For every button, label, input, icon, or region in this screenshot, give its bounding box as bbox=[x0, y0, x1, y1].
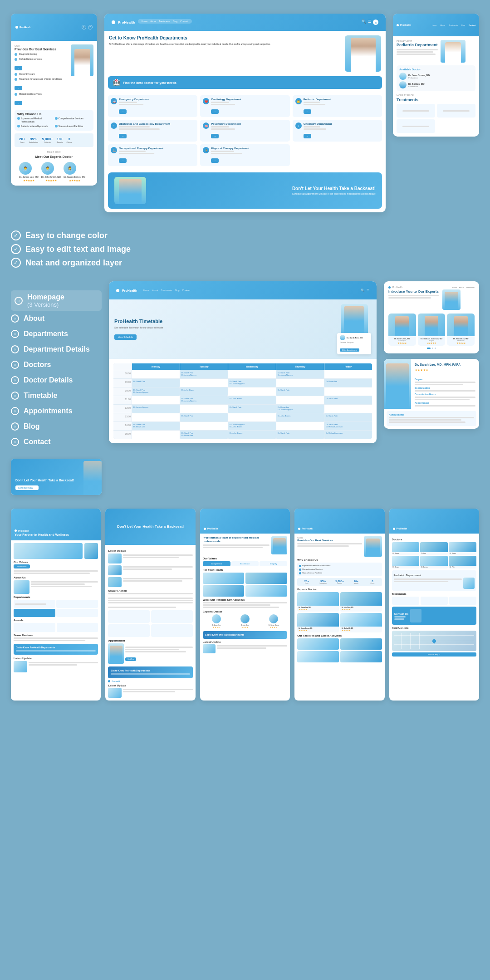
nav-item-appointments[interactable]: ○ Appointments bbox=[11, 403, 102, 419]
promo-cta-btn[interactable]: Schedule Now → bbox=[15, 485, 39, 490]
pediatric-title: Pediatric Department bbox=[397, 43, 438, 48]
learn-more-btn-3[interactable]: → bbox=[15, 101, 22, 105]
services-headline: Provides Our Best Services bbox=[297, 539, 362, 542]
mobile-services-header: ProHealth bbox=[294, 509, 384, 534]
mobile-about-preview: ProHealth ProHealth is a team of experie… bbox=[200, 509, 290, 701]
day-wednesday: Wednesday bbox=[228, 363, 276, 370]
values-btn[interactable]: Learn More bbox=[14, 564, 30, 568]
nav-list: ○ Homepage (3 Versions) ○ About ○ Depart… bbox=[11, 281, 102, 495]
make-appt-btn[interactable]: Make Appointment bbox=[340, 348, 359, 352]
service-item: Diagnostic testing bbox=[15, 53, 68, 56]
mobile-contact-preview: ProHealth Doctors Dr. James Dr. Luis Dr.… bbox=[389, 509, 479, 701]
check-icon-1: ✓ bbox=[11, 230, 21, 240]
mobile-home-body: Our Values Learn More About Us Departmen… bbox=[11, 540, 101, 676]
card-header: ProHealth 🔍 ☰ bbox=[11, 14, 97, 41]
mobile-home-preview: ProHealth Your Partner in Health and Wel… bbox=[11, 509, 101, 701]
blog-latest-title: Latest Update bbox=[108, 549, 192, 552]
learn-more-btn-2[interactable]: → bbox=[15, 86, 22, 90]
dept-btn-5[interactable]: → bbox=[211, 134, 219, 138]
dept-oncology: ⚕ Oncology Department → bbox=[293, 120, 382, 142]
nav-item-contact[interactable]: ○ Contact bbox=[11, 434, 102, 450]
dept-icon-oncology: ⚕ bbox=[295, 122, 302, 129]
service-item: Rehabilitation services bbox=[15, 58, 68, 61]
pediatric-mobile-title: Pediatric Department bbox=[394, 574, 475, 577]
nav-label-homepage: Homepage bbox=[27, 293, 64, 301]
nav-item-blog[interactable]: ○ Blog bbox=[11, 419, 102, 434]
dept-btn-2[interactable]: → bbox=[211, 109, 219, 114]
small-promo-banner: Don't Let Your Health Take a Backseat! S… bbox=[11, 459, 102, 495]
dept-btn-6[interactable]: → bbox=[304, 134, 311, 138]
doc-card-2: Dr. Michael Jameson, MD Surgeon ★★★★★ bbox=[418, 314, 446, 346]
appt-btn-small[interactable]: Book Now bbox=[125, 657, 136, 661]
bottom-section: ProHealth Your Partner in Health and Wel… bbox=[0, 504, 490, 714]
day-friday: Friday bbox=[324, 363, 372, 370]
dept-physical: 🏃 Physical Therapy Department → bbox=[200, 144, 289, 166]
feature-item-color: ✓ Easy to change color bbox=[11, 230, 479, 240]
doctors-mobile-title: Doctors bbox=[392, 538, 476, 541]
facilities-title: Our Facilities and Latest Activities bbox=[297, 634, 382, 637]
doctor-avatar-3: 👩‍⚕️ bbox=[64, 162, 76, 175]
dept-btn-7[interactable]: → bbox=[119, 158, 127, 163]
doc-card-3: Dr. Yanet Lee, MD Pediatrician ★★★★★ bbox=[447, 314, 475, 346]
day-monday: Monday bbox=[132, 363, 180, 370]
mobile-values-title: Our Values bbox=[14, 561, 98, 564]
doctor-cards-row: Dr. Luis Chen, MD Cardiologist ★★★★★ Dr.… bbox=[388, 314, 475, 346]
patients-say-title: What Our Patients Say About Us bbox=[203, 598, 287, 601]
check-icon-2: ✓ bbox=[11, 244, 21, 254]
dept-psychiatry: 🧠 Psychiatry Department → bbox=[200, 120, 289, 142]
timetable-preview: ProHealth Home About Treatments Blog Con… bbox=[109, 281, 377, 443]
mobile-about-body: ProHealth is a team of experienced medic… bbox=[200, 534, 290, 656]
mobile-contact-body: Doctors Dr. James Dr. Luis Dr. Susan Dr.… bbox=[389, 534, 479, 659]
promo-subtext: Schedule an appointment with any of our … bbox=[292, 192, 376, 196]
dept-emergency: 🚑 Emergency Department → bbox=[108, 95, 197, 117]
learn-more-btn[interactable]: → bbox=[15, 66, 22, 70]
mobile-about-title: About Us bbox=[14, 576, 98, 579]
center-header: ProHealth Home About Treatments Blog Con… bbox=[104, 14, 386, 31]
feature-item-layer: ✓ Neat and organized layer bbox=[11, 258, 479, 268]
timetable-header: ProHealth Home About Treatments Blog Con… bbox=[109, 281, 377, 299]
feature-label-1: Easy to change color bbox=[25, 231, 108, 240]
experts-doctor-mobile: Experts Doctor bbox=[297, 588, 382, 591]
nav-item-departments[interactable]: ○ Departments bbox=[11, 326, 102, 342]
view-map-btn[interactable]: View on Map → bbox=[392, 652, 476, 657]
dept-cardiology: ❤️ Cardiology Department → bbox=[200, 95, 289, 117]
side-doctor-section: ProHealth Home About Treatments Introduc… bbox=[384, 281, 479, 429]
schedule-btn[interactable]: View Schedule bbox=[114, 334, 137, 340]
mobile-update-title: Latest Update bbox=[14, 657, 98, 660]
nav-item-about[interactable]: ○ About bbox=[11, 311, 102, 326]
dept-icon-cardiology: ❤️ bbox=[203, 98, 209, 104]
doctor-detail-card: Dr. Sarah Lee, MD, MPH, FAPA ★★★★★ Degre… bbox=[384, 359, 479, 429]
promo-banner: Don't Let Your Health Take a Backseat! S… bbox=[108, 172, 382, 209]
feature-label-3: Neat and organized layer bbox=[25, 258, 122, 268]
dept-btn-4[interactable]: → bbox=[119, 134, 127, 138]
nav-item-department-details[interactable]: ○ Department Details bbox=[11, 342, 102, 357]
hero-subtext: At ProHealth we offer a wide range of me… bbox=[109, 43, 340, 46]
dept-icon-obstetrics: ♀ bbox=[111, 122, 117, 129]
dept-btn-8[interactable]: → bbox=[211, 158, 219, 163]
contact-mobile-title: Contact Us bbox=[394, 612, 409, 615]
nav-item-timetable[interactable]: ○ Timetable bbox=[11, 388, 102, 403]
services-title: Provides Our Best Services bbox=[15, 48, 68, 51]
nav-item-doctor-details[interactable]: ○ Doctor Details bbox=[11, 372, 102, 388]
dept-pediatric: 👶 Pediatric Department → bbox=[293, 95, 382, 117]
nav-pill: Home About Treatments Blog Contact bbox=[138, 19, 192, 24]
nav-item-homepage[interactable]: ○ Homepage (3 Versions) bbox=[11, 290, 102, 311]
nav-circle-icon-contact: ○ bbox=[11, 438, 19, 446]
mobile-blog-body: Latest Update bbox=[105, 545, 195, 701]
service-item: Preventive care bbox=[15, 73, 68, 76]
doctor-avatars-row: 👨‍⚕️ Dr. James Lee, MD ★★★★★ 👨‍⚕️ Dr. Jo… bbox=[15, 162, 93, 182]
mobile-reviews-title: Some Reviews bbox=[14, 634, 98, 637]
nav-item-doctors[interactable]: ○ Doctors bbox=[11, 357, 102, 372]
about-promo: Get to Know ProHealth Departments bbox=[205, 633, 285, 637]
mobile-home-header: ProHealth Your Partner in Health and Wel… bbox=[11, 509, 101, 540]
mobile-previews-grid: ProHealth Your Partner in Health and Wel… bbox=[11, 509, 479, 701]
dept-icon-physical: 🏃 bbox=[203, 147, 209, 153]
find-us-title: Find Us Here bbox=[392, 627, 476, 629]
nav-label-contact: Contact bbox=[24, 438, 51, 446]
dept-icon-psychiatry: 🧠 bbox=[203, 122, 209, 129]
timetable-grid: Monday Tuesday Wednesday Thursday Friday… bbox=[113, 363, 372, 439]
dept-btn[interactable]: → bbox=[119, 109, 127, 114]
about-headline: ProHealth is a team of experienced medic… bbox=[203, 536, 270, 544]
pediatric-preview-right: ProHealth Home About Treatments Blog Con… bbox=[393, 14, 479, 137]
dept-btn-3[interactable]: → bbox=[304, 109, 311, 114]
